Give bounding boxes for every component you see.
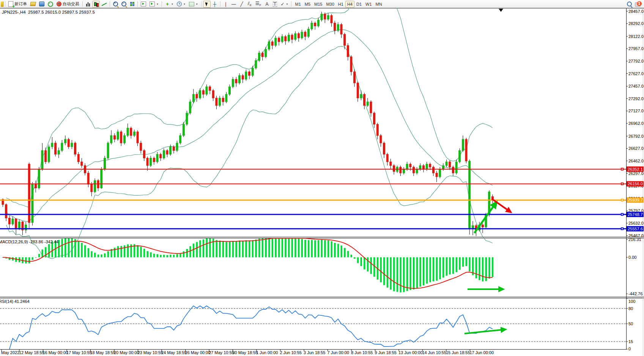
community-button[interactable] (38, 1, 46, 8)
zoom-in-button[interactable]: + (112, 1, 120, 8)
timeframe-D1[interactable]: D1 (354, 1, 364, 8)
timeframe-H1[interactable]: H1 (336, 1, 345, 8)
clock-icon (177, 2, 182, 6)
macd-bar (206, 238, 208, 257)
zoom-out-button[interactable]: − (120, 1, 128, 8)
timeframe-M5[interactable]: M5 (303, 1, 312, 8)
macd-bar (354, 257, 356, 259)
time-tick-label: 13 Jun 00:00 (398, 350, 423, 355)
bar-chart-button[interactable] (84, 1, 92, 8)
timeframe-M30[interactable]: M30 (324, 1, 336, 8)
signals-button[interactable] (46, 1, 55, 8)
time-tick-label: 17 Jun 00:00 (470, 350, 494, 355)
indicators-button[interactable]: +▼ (164, 1, 175, 8)
time-tick-label: 23 May 10:55 (138, 350, 163, 355)
macd-bar (367, 257, 369, 271)
search-button[interactable] (625, 1, 633, 8)
time-tick-label: 26 May 00:00 (185, 350, 211, 355)
toolbar-separator (82, 1, 83, 7)
macd-tick-label: 0.00 (628, 255, 636, 260)
text-label-tool[interactable]: T (271, 1, 279, 8)
macd-bar (423, 257, 425, 285)
candlestick-chart-button[interactable] (92, 1, 100, 8)
crosshair-button[interactable]: ┼ (211, 1, 219, 8)
arrows-icon: ✓ (280, 2, 284, 6)
timeframe-W1[interactable]: W1 (364, 1, 374, 8)
timeframe-M15[interactable]: M15 (312, 1, 324, 8)
search-icon (627, 2, 632, 6)
macd-bar (469, 257, 471, 271)
macd-bar (74, 239, 76, 257)
candle-body (186, 113, 188, 124)
toolbar-separator (220, 1, 220, 7)
macd-bar (262, 238, 264, 257)
candle-body (416, 169, 418, 173)
zoom-in-icon: + (113, 2, 118, 6)
vertical-line-icon: | (225, 2, 226, 6)
macd-bar (370, 257, 372, 274)
notifications-button[interactable]: 1 (635, 1, 642, 7)
timeframe-M1[interactable]: M1 (293, 1, 302, 8)
market-watch-button[interactable] (29, 1, 37, 8)
price-tick-label: 27792.0 (628, 59, 644, 63)
time-tick-label: 3 Jun 18:55 (304, 350, 326, 355)
chart-canvas[interactable]: 28457.028292.028122.027957.027792.027627… (0, 0, 644, 356)
macd-bar (298, 239, 300, 257)
candle-body (465, 139, 467, 161)
candle-body (18, 222, 20, 228)
macd-bar (265, 238, 267, 257)
timeframe-H4[interactable]: H4 (345, 1, 354, 8)
macd-bar (429, 257, 431, 282)
macd-bar (304, 240, 306, 257)
candle-body (140, 143, 142, 151)
fibonacci-tool[interactable]: ☰F (254, 1, 263, 8)
price-tick-label: 28457.0 (628, 9, 644, 14)
candle-body (304, 32, 306, 36)
auto-trading-button[interactable]: 自动交易 (55, 1, 81, 8)
rsi-tick-label: 50 (628, 321, 633, 326)
candle-body (373, 113, 375, 124)
new-order-button[interactable]: 新订单 (7, 1, 28, 8)
blue-window-icon (39, 2, 44, 6)
macd-bar (232, 241, 234, 257)
candle-body (137, 132, 139, 143)
macd-bar (189, 246, 191, 257)
arrows-tool[interactable]: ✓▼ (279, 1, 290, 8)
periods-button[interactable]: ▼ (175, 1, 187, 8)
text-tool[interactable]: A (263, 1, 271, 8)
chevron-down-icon: ▼ (286, 3, 288, 5)
macd-bar (350, 255, 352, 257)
cursor-button[interactable] (203, 1, 211, 8)
timeframe-MN[interactable]: MN (374, 1, 384, 8)
macd-bar (117, 246, 119, 257)
chart-background[interactable] (0, 8, 644, 356)
macd-bar (48, 244, 50, 257)
macd-bar (101, 254, 102, 257)
line-chart-button[interactable] (100, 1, 108, 8)
macd-bar (400, 257, 402, 292)
candle-body (347, 46, 349, 57)
candle-body (183, 124, 184, 135)
macd-bar (364, 257, 365, 269)
time-tick-label: 12 May 18:55 (19, 350, 44, 355)
equidistant-channel-tool[interactable]: ⫽E (246, 1, 254, 8)
trendline-tool[interactable]: ╱ (238, 1, 246, 8)
candle-body (317, 20, 319, 26)
macd-bar (137, 245, 139, 257)
profile-next-button[interactable]: ▼ (148, 1, 160, 8)
templates-button[interactable]: ▼ (187, 1, 200, 8)
hline-handle-dot (622, 200, 623, 201)
macd-bar (406, 257, 408, 291)
horizontal-line-tool[interactable]: — (230, 1, 238, 8)
clipped-toolbar-icon[interactable] (1, 2, 3, 7)
auto-trading-label: 自动交易 (63, 1, 79, 7)
candle-body (301, 32, 303, 38)
rsi-tick-label: 100 (628, 299, 635, 304)
macd-bar (183, 251, 185, 257)
zoom-out-icon: − (121, 2, 126, 6)
time-tick-label: May 2022 (1, 350, 19, 355)
vertical-line-tool[interactable]: | (222, 1, 230, 8)
tile-windows-button[interactable] (128, 1, 136, 8)
profile-button[interactable] (139, 1, 148, 8)
tile-windows-icon (130, 2, 134, 6)
